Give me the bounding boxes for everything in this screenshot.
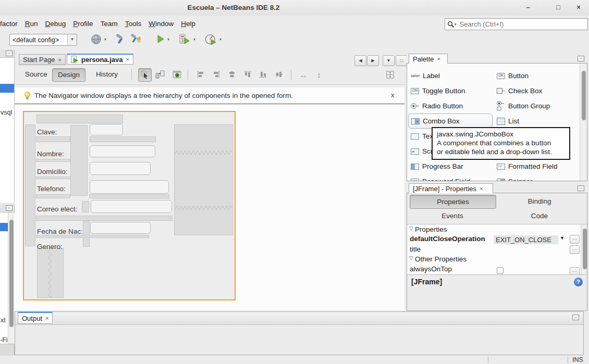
nombre-label[interactable]: Nombre:: [37, 150, 64, 158]
menu-run[interactable]: Run: [21, 19, 42, 29]
correo-textfield[interactable]: [91, 200, 172, 213]
palette-item-toggle-button[interactable]: ONToggle Button: [411, 83, 465, 98]
globe-icon[interactable]: [90, 33, 102, 45]
property-row[interactable]: alwaysOnTop …: [407, 265, 587, 275]
window-minimize-icon[interactable]: –: [521, 3, 535, 12]
props-tab-binding[interactable]: Binding: [497, 195, 582, 208]
palette-item-text-field[interactable]: Tex: [411, 129, 433, 144]
menu-help[interactable]: Help: [177, 19, 199, 29]
window-maximize-icon[interactable]: □: [551, 3, 565, 12]
tab-persona-java[interactable]: persona.java ×: [67, 54, 133, 65]
fecha-label[interactable]: Fecha de Nac:: [37, 228, 83, 235]
palette-item-check-box[interactable]: Check Box: [497, 83, 542, 98]
quick-search[interactable]: ▾: [445, 18, 588, 30]
domicilio-label[interactable]: Domicilio:: [37, 168, 68, 175]
tree-item-text[interactable]: -Fi: [0, 336, 8, 344]
view-history-button[interactable]: History: [91, 68, 123, 81]
selection-mode-button[interactable]: [138, 68, 152, 82]
tab-start-page[interactable]: Start Page ×: [19, 54, 66, 65]
maximize-editor-icon[interactable]: □: [396, 55, 408, 66]
minimize-panel-icon[interactable]: –: [578, 185, 584, 191]
help-icon[interactable]: ?: [574, 278, 583, 286]
debug-caret-icon[interactable]: ▾: [193, 37, 195, 42]
value-dropdown-icon[interactable]: ▼: [560, 235, 565, 241]
category-arrow-icon[interactable]: ▽: [409, 225, 413, 231]
props-tab-events[interactable]: Events: [410, 209, 495, 222]
menu-window[interactable]: Window: [145, 19, 177, 29]
telefono-textfield[interactable]: [90, 180, 169, 194]
form-component[interactable]: [37, 248, 64, 298]
selected-tree-row[interactable]: [0, 84, 14, 93]
view-design-button[interactable]: Design: [52, 68, 85, 82]
palette-item-combo-box[interactable]: ▾Combo Box: [408, 114, 493, 129]
category-row[interactable]: ▽ Other Properties: [407, 255, 587, 265]
palette-item-password-field[interactable]: ···Password Field: [411, 174, 470, 181]
scroll-tabs-right-icon[interactable]: ▶: [367, 55, 379, 66]
minimize-panel-icon[interactable]: –: [6, 205, 13, 211]
selected-tree-row[interactable]: [0, 223, 8, 231]
form-component[interactable]: [36, 115, 123, 123]
ellipsis-button[interactable]: …: [570, 245, 580, 254]
genero-label[interactable]: Genero:: [37, 243, 63, 250]
hint-close-icon[interactable]: x: [391, 91, 395, 99]
close-tab-icon[interactable]: ×: [45, 315, 48, 321]
form-component[interactable]: [25, 124, 35, 246]
clave-textfield[interactable]: [90, 124, 123, 135]
jframe-form[interactable]: Clave: Nombre: Domicilio: Telefono: Corr…: [23, 111, 236, 300]
palette-item-radio-button[interactable]: Radio Button: [411, 98, 463, 114]
run-caret-icon[interactable]: ▾: [167, 37, 169, 42]
build-hammer-icon[interactable]: [114, 33, 126, 45]
sliver-scrollbar-thumb[interactable]: [9, 220, 14, 327]
fecha-textfield[interactable]: [90, 222, 151, 234]
palette-item-list[interactable]: List: [497, 114, 519, 129]
menu-debug[interactable]: Debug: [42, 19, 70, 29]
minimize-panel-icon[interactable]: –: [572, 315, 579, 320]
view-source-button[interactable]: Source: [20, 68, 53, 81]
output-tab[interactable]: Output ×: [18, 312, 53, 324]
form-panel[interactable]: [174, 124, 233, 235]
profile-caret-icon[interactable]: ▾: [219, 37, 222, 42]
palette-item-scroll-pane[interactable]: ◂▪Scr: [411, 144, 433, 159]
connection-mode-icon[interactable]: [154, 68, 166, 81]
clave-label[interactable]: Clave:: [37, 128, 57, 136]
menu-profile[interactable]: Profile: [69, 19, 96, 29]
nombre-textfield[interactable]: [90, 145, 155, 157]
run-icon[interactable]: [154, 33, 167, 45]
clean-build-icon[interactable]: [129, 33, 142, 45]
menu-tools[interactable]: Tools: [121, 19, 145, 29]
tree-item-text[interactable]: xt: [1, 317, 6, 324]
palette-item-progress-bar[interactable]: Progress Bar: [411, 159, 463, 174]
category-row[interactable]: ▽ Properties: [407, 225, 587, 235]
grid-icon[interactable]: [384, 68, 396, 81]
properties-scrollbar-thumb[interactable]: [583, 229, 587, 269]
close-tab-icon[interactable]: ×: [126, 56, 129, 62]
config-dropdown-icon[interactable]: ▾: [67, 34, 77, 45]
telefono-label[interactable]: Telefono:: [37, 185, 66, 193]
scroll-tabs-left-icon[interactable]: ◀: [354, 55, 366, 66]
palette-tab[interactable]: Palette ×: [409, 54, 448, 64]
menu-team[interactable]: Team: [97, 19, 121, 29]
search-icon[interactable]: ▾: [445, 21, 458, 28]
props-tab-code[interactable]: Code: [497, 209, 582, 222]
palette-item-formatted-field[interactable]: /-/Formatted Field: [497, 159, 558, 174]
palette-item-button-group[interactable]: Button Group: [497, 98, 550, 114]
minimize-panel-icon[interactable]: –: [578, 56, 584, 61]
palette-item-label[interactable]: labelLabel: [411, 68, 440, 83]
property-row[interactable]: title …: [407, 245, 587, 255]
ellipsis-button[interactable]: …: [570, 235, 580, 244]
palette-scrollbar[interactable]: [580, 64, 587, 181]
close-tab-icon[interactable]: ×: [480, 185, 483, 192]
properties-tab[interactable]: [JFrame] - Properties ×: [409, 183, 493, 193]
property-row[interactable]: defaultCloseOperation EXIT_ON_CLOSE ▼ …: [407, 235, 587, 245]
tab-list-icon[interactable]: ▼: [383, 55, 395, 66]
close-tab-icon[interactable]: ×: [437, 56, 440, 62]
minimize-panel-icon[interactable]: –: [6, 51, 13, 56]
property-value[interactable]: EXIT_ON_CLOSE: [494, 235, 558, 244]
props-tab-properties[interactable]: Properties: [410, 195, 496, 209]
preview-design-icon[interactable]: [171, 68, 183, 81]
globe-caret-icon[interactable]: ▾: [104, 37, 106, 42]
menu-refactor[interactable]: factor: [0, 19, 21, 29]
search-caret-icon[interactable]: ▾: [455, 22, 457, 27]
category-arrow-icon[interactable]: ▽: [409, 255, 413, 261]
search-input[interactable]: [458, 20, 587, 28]
